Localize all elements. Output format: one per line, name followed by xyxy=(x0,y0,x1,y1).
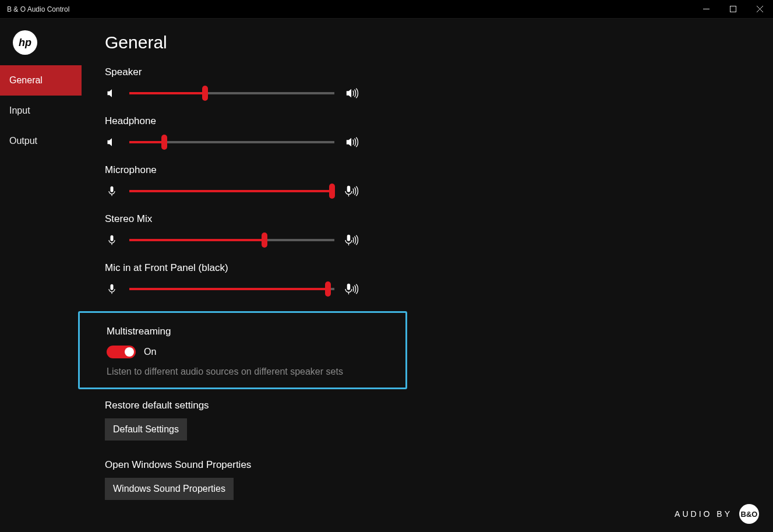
sidebar: hp General Input Output xyxy=(0,19,82,532)
minimize-button[interactable] xyxy=(693,0,719,18)
slider-label: Headphone xyxy=(105,115,761,127)
slider-block: Headphone xyxy=(105,115,761,149)
sidebar-item-input[interactable]: Input xyxy=(0,96,82,126)
windows-sound-properties-button[interactable]: Windows Sound Properties xyxy=(105,478,234,500)
speaker-high-icon xyxy=(345,135,359,149)
slider-block: Mic in at Front Panel (black) xyxy=(105,262,761,296)
volume-slider[interactable] xyxy=(129,288,334,290)
multistreaming-description: Listen to different audio sources on dif… xyxy=(107,367,394,377)
slider-block: Speaker xyxy=(105,66,761,100)
multistreaming-title: Multistreaming xyxy=(107,326,394,337)
multistreaming-toggle[interactable] xyxy=(107,346,136,358)
slider-thumb[interactable] xyxy=(329,184,335,199)
close-button[interactable] xyxy=(746,0,773,18)
multistreaming-section: Multistreaming On Listen to different au… xyxy=(78,311,407,389)
slider-label: Stereo Mix xyxy=(105,213,761,225)
multistreaming-toggle-row: On xyxy=(107,346,394,358)
slider-row xyxy=(105,86,761,100)
speaker-low-icon xyxy=(105,135,119,149)
svg-rect-1 xyxy=(730,6,736,12)
slider-row xyxy=(105,282,761,296)
audio-by-label: AUDIO BY xyxy=(675,509,732,519)
volume-slider[interactable] xyxy=(129,92,334,94)
slider-label: Mic in at Front Panel (black) xyxy=(105,262,761,274)
slider-fill xyxy=(129,190,332,192)
slider-fill xyxy=(129,288,328,290)
slider-row xyxy=(105,233,761,247)
slider-label: Speaker xyxy=(105,66,761,78)
title-bar: B & O Audio Control xyxy=(0,0,773,19)
mic-icon xyxy=(105,233,119,247)
slider-thumb[interactable] xyxy=(161,135,167,150)
sidebar-item-general[interactable]: General xyxy=(0,65,82,96)
speaker-high-icon xyxy=(345,86,359,100)
slider-block: Microphone xyxy=(105,164,761,198)
volume-slider[interactable] xyxy=(129,239,334,241)
volume-slider[interactable] xyxy=(129,141,334,143)
default-settings-button[interactable]: Default Settings xyxy=(105,418,187,441)
multistreaming-state: On xyxy=(144,347,156,357)
bang-olufsen-logo-icon: B&O xyxy=(739,504,759,524)
hp-logo-icon: hp xyxy=(13,30,37,55)
restore-title: Restore default settings xyxy=(105,400,761,411)
bo-logo-text: B&O xyxy=(741,510,758,519)
page-title: General xyxy=(105,33,761,52)
slider-fill xyxy=(129,141,164,143)
hp-logo-text: hp xyxy=(19,37,31,49)
sidebar-item-label: General xyxy=(9,75,43,86)
slider-row xyxy=(105,184,761,198)
slider-label: Microphone xyxy=(105,164,761,176)
sidebar-item-label: Output xyxy=(9,136,37,146)
mic-icon xyxy=(105,282,119,296)
app-body: hp General Input Output General Speaker xyxy=(0,19,773,532)
maximize-button[interactable] xyxy=(719,0,746,18)
slider-row xyxy=(105,135,761,149)
speaker-low-icon xyxy=(105,86,119,100)
slider-fill xyxy=(129,239,264,241)
slider-fill xyxy=(129,92,205,94)
slider-thumb[interactable] xyxy=(262,232,267,248)
main-panel: General Speaker Headphone xyxy=(82,19,773,532)
window-title: B & O Audio Control xyxy=(0,5,69,13)
volume-slider[interactable] xyxy=(129,190,334,192)
sidebar-item-label: Input xyxy=(9,105,30,116)
sound-props-title: Open Windows Sound Properties xyxy=(105,459,761,471)
window-controls xyxy=(693,0,773,18)
footer-brand: AUDIO BY B&O xyxy=(675,504,759,524)
slider-thumb[interactable] xyxy=(325,281,331,297)
mic-icon xyxy=(105,184,119,198)
slider-block: Stereo Mix xyxy=(105,213,761,247)
toggle-knob-icon xyxy=(125,347,134,357)
sidebar-item-output[interactable]: Output xyxy=(0,126,82,156)
slider-thumb[interactable] xyxy=(202,86,208,101)
mic-wave-icon xyxy=(345,233,359,247)
mic-wave-icon xyxy=(345,282,359,296)
mic-wave-icon xyxy=(345,184,359,198)
